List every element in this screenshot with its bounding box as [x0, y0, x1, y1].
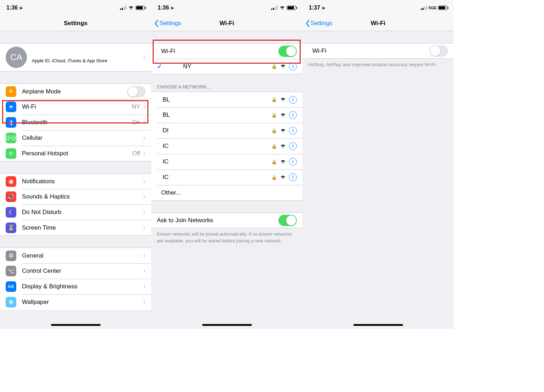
wifi-toggle-cell[interactable]: Wi-Fi	[151, 43, 302, 59]
dnd-label: Do Not Disturb	[22, 209, 142, 216]
other-network-cell[interactable]: Other...	[151, 185, 302, 201]
wallpaper-label: Wallpaper	[22, 299, 142, 306]
network-name: DI	[161, 127, 271, 134]
control-center-label: Control Center	[22, 267, 142, 275]
info-icon[interactable]: i	[289, 127, 297, 134]
wifi-icon	[6, 102, 16, 112]
info-icon[interactable]: i	[289, 111, 297, 119]
ask-to-join-cell[interactable]: Ask to Join Networks	[151, 213, 302, 228]
gear-icon: ⚙︎	[6, 250, 16, 261]
lock-icon: 🔒	[271, 144, 277, 149]
wifi-toggle-cell[interactable]: Wi-Fi	[302, 43, 454, 59]
status-bar: 1:36 ➤	[151, 0, 302, 16]
chevron-right-icon: ›	[143, 282, 146, 291]
navbar: Settings Wi-Fi	[302, 16, 454, 31]
wifi-signal-icon	[280, 63, 286, 70]
wifi-status-icon	[279, 4, 285, 11]
wifi-signal-icon	[280, 127, 286, 134]
apple-id-subtitle: Apple ID, iCloud, iTunes & App Store	[32, 58, 142, 63]
hotspot-value: Off	[132, 150, 140, 157]
info-icon[interactable]: i	[289, 63, 297, 70]
network-name: IC	[161, 143, 271, 150]
hotspot-cell[interactable]: ⎋ Personal Hotspot Off ›	[0, 146, 151, 161]
cellular-signal-icon	[421, 6, 427, 10]
ask-to-join-label: Ask to Join Networks	[157, 217, 278, 224]
back-button[interactable]: Settings	[151, 19, 181, 27]
battery-icon	[438, 6, 447, 10]
choose-network-header: CHOOSE A NETWORK...	[151, 81, 302, 92]
bluetooth-icon	[6, 117, 16, 128]
screentime-cell[interactable]: ⌛ Screen Time ›	[0, 220, 151, 236]
chevron-right-icon: ›	[143, 251, 146, 260]
wifi-cell[interactable]: Wi-Fi NY ›	[0, 99, 151, 115]
chevron-right-icon: ›	[143, 177, 146, 186]
ask-to-join-footer: Known networks will be joined automatica…	[151, 228, 302, 247]
back-label: Settings	[159, 20, 181, 27]
chevron-right-icon: ›	[143, 192, 146, 201]
network-cell[interactable]: BL🔒i	[151, 92, 302, 107]
sounds-cell[interactable]: 🔊 Sounds & Haptics ›	[0, 189, 151, 204]
avatar: CA	[6, 47, 27, 68]
cellular-cell[interactable]: ((•)) Cellular ›	[0, 130, 151, 146]
wallpaper-cell[interactable]: ❋ Wallpaper ›	[0, 294, 151, 310]
airplane-toggle[interactable]	[127, 86, 146, 97]
ask-to-join-toggle[interactable]	[278, 215, 297, 226]
bluetooth-value: On	[132, 119, 140, 126]
status-bar: 1:37 ➤ 5GE	[302, 0, 454, 16]
general-cell[interactable]: ⚙︎ General ›	[0, 248, 151, 263]
network-name: BL	[161, 111, 271, 119]
sounds-label: Sounds & Haptics	[22, 193, 142, 200]
dnd-cell[interactable]: ☾ Do Not Disturb ›	[0, 204, 151, 220]
bluetooth-cell[interactable]: Bluetooth On ›	[0, 115, 151, 130]
display-cell[interactable]: AA Display & Brightness ›	[0, 279, 151, 294]
home-indicator[interactable]	[353, 324, 403, 326]
lock-icon: 🔒	[271, 97, 277, 102]
info-icon[interactable]: i	[289, 142, 297, 150]
control-center-cell[interactable]: ⌥ Control Center ›	[0, 263, 151, 279]
screen-wifi-off: 1:37 ➤ 5GE Settings Wi-Fi Wi-Fi AirDro	[302, 0, 454, 329]
wifi-toggle[interactable]	[278, 46, 297, 57]
nav-title: Settings	[0, 20, 151, 27]
lock-icon: 🔒	[271, 128, 277, 133]
home-indicator[interactable]	[51, 324, 101, 326]
chevron-right-icon: ›	[143, 118, 146, 127]
wifi-off-footer: AirDrop, AirPlay, and improved location …	[302, 59, 454, 71]
cellular-signal-icon	[271, 6, 278, 10]
other-network-label: Other...	[161, 189, 297, 196]
battery-icon	[287, 6, 296, 10]
network-list: BL🔒iBL🔒iDI🔒iIC🔒iIC🔒iIC🔒i	[151, 92, 302, 185]
airplane-icon: ✈︎	[6, 86, 16, 97]
wifi-toggle[interactable]	[430, 45, 448, 57]
network-cell[interactable]: DI🔒i	[151, 123, 302, 138]
location-icon: ➤	[322, 5, 325, 11]
wifi-status-icon	[128, 4, 134, 11]
chevron-right-icon: ›	[143, 133, 146, 143]
airplane-mode-cell[interactable]: ✈︎ Airplane Mode	[0, 83, 151, 99]
back-button[interactable]: Settings	[302, 19, 332, 27]
connected-network-cell[interactable]: ✓ NY 🔒 i	[151, 59, 302, 74]
network-cell[interactable]: IC🔒i	[151, 154, 302, 169]
chevron-right-icon: ›	[143, 102, 146, 111]
status-time: 1:37	[309, 5, 320, 11]
home-indicator[interactable]	[202, 324, 252, 326]
general-label: General	[22, 252, 142, 259]
back-label: Settings	[311, 20, 332, 27]
lock-icon: 🔒	[271, 64, 277, 69]
notifications-cell[interactable]: ◉ Notifications ›	[0, 173, 151, 189]
network-cell[interactable]: IC🔒i	[151, 169, 302, 185]
apple-id-cell[interactable]: CA Apple ID, iCloud, iTunes & App Store …	[0, 43, 151, 71]
checkmark-icon: ✓	[157, 63, 165, 70]
wifi-label: Wi-Fi	[22, 103, 132, 110]
wifi-signal-icon	[280, 174, 286, 181]
network-cell[interactable]: IC🔒i	[151, 138, 302, 154]
cellular-icon: ((•))	[6, 133, 16, 143]
info-icon[interactable]: i	[289, 96, 297, 104]
screentime-label: Screen Time	[22, 224, 142, 231]
chevron-right-icon: ›	[143, 223, 146, 232]
info-icon[interactable]: i	[289, 173, 297, 181]
info-icon[interactable]: i	[289, 158, 297, 166]
hotspot-icon: ⎋	[6, 148, 16, 159]
network-cell[interactable]: BL🔒i	[151, 107, 302, 123]
location-icon: ➤	[19, 5, 23, 11]
dnd-icon: ☾	[6, 207, 16, 218]
